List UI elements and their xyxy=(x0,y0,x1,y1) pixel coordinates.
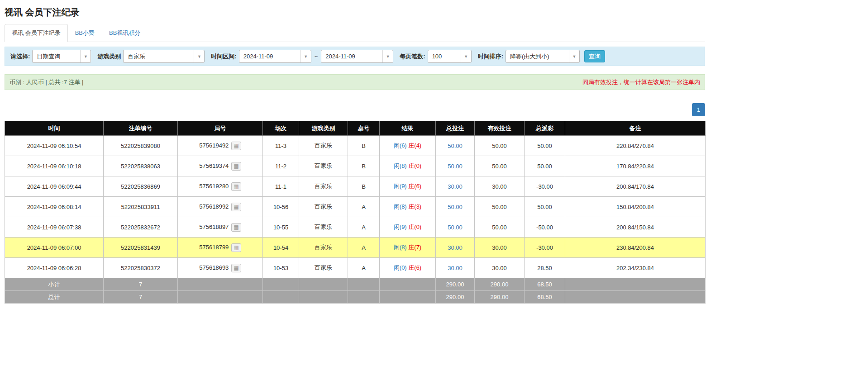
cell-empty xyxy=(348,291,380,304)
summary-total-bet: 290.00 xyxy=(436,278,475,291)
table-row: 2024-11-09 06:07:00522025831439575618799… xyxy=(5,238,706,258)
cell-remark: 170.84/220.84 xyxy=(565,156,706,176)
cell-valid-bet: 30.00 xyxy=(475,176,525,197)
cell-payout: 28.50 xyxy=(525,258,565,278)
cell-table-no: A xyxy=(348,238,380,258)
page-size-select[interactable]: 100 ▼ xyxy=(428,50,472,63)
total-bet-link[interactable]: 50.00 xyxy=(448,224,463,231)
round-detail-icon[interactable]: ▦ xyxy=(231,243,241,252)
cell-time: 2024-11-09 06:07:38 xyxy=(5,217,104,238)
result-player: 闲(0) xyxy=(394,264,407,271)
cell-valid-bet: 50.00 xyxy=(475,136,525,156)
round-number: 575619492 xyxy=(199,142,229,148)
round-number: 575618693 xyxy=(199,264,229,271)
cell-total-bet: 50.00 xyxy=(436,217,475,238)
bet-records-table: 时间注单编号局号场次游戏类别桌号结果总投注有效投注总派彩备注 2024-11-0… xyxy=(5,121,706,304)
date-range-separator: ~ xyxy=(315,53,318,60)
cell-payout: 50.00 xyxy=(525,136,565,156)
total-bet-link[interactable]: 30.00 xyxy=(448,265,463,271)
caret-down-icon: ▼ xyxy=(80,50,91,62)
pagination: 1 xyxy=(5,103,705,116)
result-player: 闲(9) xyxy=(394,183,407,190)
column-header: 总派彩 xyxy=(525,121,565,136)
result-banker: 庄(0) xyxy=(408,162,421,169)
cell-bet-id: 522025830372 xyxy=(104,258,178,278)
cell-table-no: A xyxy=(348,197,380,217)
table-row: 2024-11-09 06:08:14522025833911575618992… xyxy=(5,197,706,217)
cell-result: 闲(8) 庄(0) xyxy=(380,156,436,176)
cell-game-type: 百家乐 xyxy=(299,176,348,197)
cell-table-no: B xyxy=(348,176,380,197)
cell-result: 闲(9) 庄(0) xyxy=(380,217,436,238)
cell-result: 闲(0) 庄(6) xyxy=(380,258,436,278)
table-row: 2024-11-09 06:07:38522025832672575618897… xyxy=(5,217,706,238)
round-detail-icon[interactable]: ▦ xyxy=(231,162,241,171)
sort-order-value: 降幂(由大到小) xyxy=(506,52,552,61)
round-number: 575618992 xyxy=(199,203,229,209)
summary-info-bar: 币别 : 人民币 | 总共 :7 注单 | 同局有效投注，统一计算在该局第一张注… xyxy=(5,74,705,90)
round-detail-icon[interactable]: ▦ xyxy=(231,182,241,191)
total-bet-link[interactable]: 50.00 xyxy=(448,143,463,149)
result-banker: 庄(4) xyxy=(408,142,421,149)
cell-round: 575618992▦ xyxy=(178,197,263,217)
summary-payout: 68.50 xyxy=(525,278,565,291)
summary-valid-bet: 290.00 xyxy=(475,278,525,291)
round-detail-icon[interactable]: ▦ xyxy=(231,203,241,211)
column-header: 有效投注 xyxy=(475,121,525,136)
cell-game-type: 百家乐 xyxy=(299,238,348,258)
round-detail-icon[interactable]: ▦ xyxy=(231,142,241,150)
query-type-select[interactable]: 日期查询 ▼ xyxy=(32,50,91,63)
cell-empty xyxy=(565,291,706,304)
cell-valid-bet: 30.00 xyxy=(475,258,525,278)
result-banker: 庄(3) xyxy=(408,203,421,210)
cell-session: 10-56 xyxy=(263,197,299,217)
cell-total-bet: 50.00 xyxy=(436,156,475,176)
query-button[interactable]: 查询 xyxy=(584,50,605,62)
filter-bar: 请选择: 日期查询 ▼ 游戏类别 百家乐 ▼ 时间区间: 2024-11-09 … xyxy=(5,47,705,66)
game-type-select[interactable]: 百家乐 ▼ xyxy=(123,50,205,63)
result-player: 闲(6) xyxy=(394,142,407,149)
cell-bet-id: 522025833911 xyxy=(104,197,178,217)
column-header: 结果 xyxy=(380,121,436,136)
summary-payout: 68.50 xyxy=(525,291,565,304)
round-detail-icon[interactable]: ▦ xyxy=(231,223,241,232)
date-to-select[interactable]: 2024-11-09 ▼ xyxy=(321,50,393,63)
total-bet-link[interactable]: 50.00 xyxy=(448,163,463,170)
cell-bet-id: 522025831439 xyxy=(104,238,178,258)
caret-down-icon: ▼ xyxy=(300,50,311,62)
column-header: 备注 xyxy=(565,121,706,136)
cell-session: 11-2 xyxy=(263,156,299,176)
cell-empty xyxy=(263,291,299,304)
cell-game-type: 百家乐 xyxy=(299,217,348,238)
cell-bet-id: 522025836869 xyxy=(104,176,178,197)
cell-total-bet: 30.00 xyxy=(436,258,475,278)
table-row: 2024-11-09 06:09:44522025836869575619280… xyxy=(5,176,706,197)
round-detail-icon[interactable]: ▦ xyxy=(231,264,241,272)
cell-game-type: 百家乐 xyxy=(299,156,348,176)
cell-table-no: A xyxy=(348,258,380,278)
cell-empty xyxy=(348,278,380,291)
tab-1[interactable]: 视讯 会员下注纪录 xyxy=(5,24,68,42)
cell-session: 10-53 xyxy=(263,258,299,278)
tab-3[interactable]: BB视讯积分 xyxy=(102,24,148,42)
total-bet-link[interactable]: 30.00 xyxy=(448,183,463,190)
date-from-select[interactable]: 2024-11-09 ▼ xyxy=(239,50,311,63)
total-bet-link[interactable]: 50.00 xyxy=(448,204,463,210)
cell-time: 2024-11-09 06:06:28 xyxy=(5,258,104,278)
column-header: 游戏类别 xyxy=(299,121,348,136)
total-bet-link[interactable]: 30.00 xyxy=(448,244,463,251)
cell-result: 闲(9) 庄(6) xyxy=(380,176,436,197)
summary-total-bet: 290.00 xyxy=(436,291,475,304)
round-number: 575619280 xyxy=(199,182,229,189)
cell-round: 575619492▦ xyxy=(178,136,263,156)
summary-count: 7 xyxy=(104,278,178,291)
tab-2[interactable]: BB小费 xyxy=(68,24,102,42)
sort-order-select[interactable]: 降幂(由大到小) ▼ xyxy=(506,50,580,63)
cell-round: 575618799▦ xyxy=(178,238,263,258)
caret-down-icon: ▼ xyxy=(382,50,393,62)
pagination-page-1[interactable]: 1 xyxy=(692,103,705,116)
cell-result: 闲(8) 庄(7) xyxy=(380,238,436,258)
cell-valid-bet: 50.00 xyxy=(475,156,525,176)
cell-empty xyxy=(565,278,706,291)
cell-time: 2024-11-09 06:10:18 xyxy=(5,156,104,176)
